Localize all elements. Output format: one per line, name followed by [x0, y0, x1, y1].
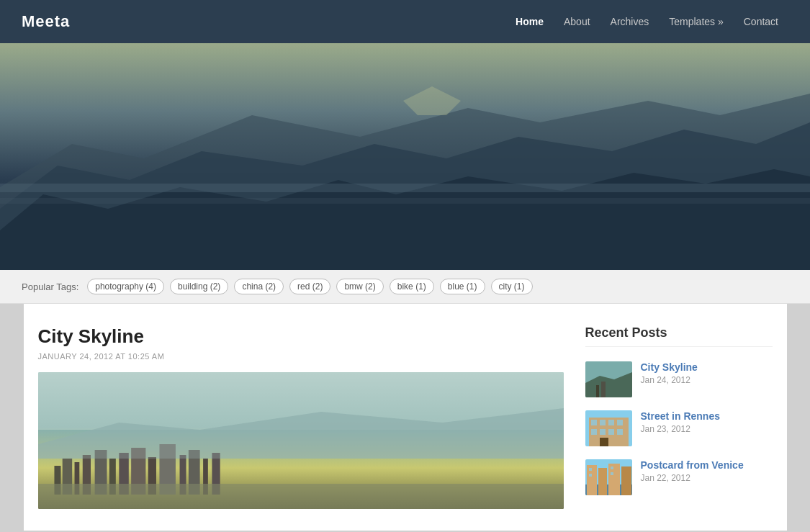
svg-rect-24: [38, 484, 564, 509]
recent-post-info-3: Postcard from Venice Jan 22, 2012: [641, 459, 744, 483]
svg-rect-44: [598, 468, 607, 495]
recent-post-item: City Skyline Jan 24, 2012: [585, 361, 773, 397]
svg-rect-48: [589, 474, 592, 477]
nav-contact[interactable]: Contact: [734, 0, 788, 43]
svg-rect-28: [596, 385, 599, 397]
post-image: [38, 372, 564, 509]
svg-rect-37: [600, 429, 606, 435]
recent-post-date-3: Jan 22, 2012: [641, 473, 744, 483]
tag-photography[interactable]: photography (4): [87, 279, 164, 294]
svg-rect-35: [617, 420, 623, 425]
tag-bmw[interactable]: bmw (2): [336, 279, 383, 294]
svg-rect-38: [608, 429, 614, 435]
svg-rect-46: [621, 466, 631, 495]
svg-rect-47: [589, 468, 592, 471]
recent-post-item: Postcard from Venice Jan 22, 2012: [585, 459, 773, 495]
svg-rect-45: [608, 464, 620, 495]
svg-rect-50: [611, 472, 613, 475]
recent-post-title-1[interactable]: City Skyline: [641, 361, 698, 373]
tag-red[interactable]: red (2): [289, 279, 330, 294]
svg-rect-40: [600, 438, 608, 446]
site-header: Meeta Home About Archives Templates » Co…: [0, 0, 810, 43]
sidebar: Recent Posts City Skyline Jan 24, 2012: [585, 325, 773, 509]
tags-label: Popular Tags:: [22, 281, 78, 292]
recent-post-title-2[interactable]: Street in Rennes: [641, 410, 720, 422]
recent-post-info-2: Street in Rennes Jan 23, 2012: [641, 410, 720, 434]
svg-rect-25: [38, 430, 564, 459]
recent-post-thumb-1: [585, 361, 632, 397]
recent-post-title-3[interactable]: Postcard from Venice: [641, 459, 744, 471]
svg-rect-34: [608, 420, 614, 425]
nav-archives[interactable]: Archives: [600, 0, 660, 43]
tag-china[interactable]: china (2): [234, 279, 284, 294]
svg-rect-39: [617, 429, 623, 435]
content-area: City Skyline JANUARY 24, 2012 AT 10:25 A…: [24, 304, 787, 531]
post-date: JANUARY 24, 2012 AT 10:25 AM: [38, 352, 564, 361]
tag-building[interactable]: building (2): [170, 279, 228, 294]
svg-rect-49: [611, 466, 613, 469]
svg-rect-6: [0, 198, 810, 204]
svg-rect-36: [591, 429, 597, 435]
svg-rect-33: [600, 420, 606, 425]
nav-templates[interactable]: Templates »: [659, 0, 733, 43]
main-wrapper: City Skyline JANUARY 24, 2012 AT 10:25 A…: [24, 304, 787, 531]
recent-post-info-1: City Skyline Jan 24, 2012: [641, 361, 698, 385]
tags-bar: Popular Tags: photography (4) building (…: [0, 270, 810, 304]
post-area: City Skyline JANUARY 24, 2012 AT 10:25 A…: [38, 325, 585, 509]
nav-about[interactable]: About: [554, 0, 600, 43]
tag-blue[interactable]: blue (1): [440, 279, 485, 294]
recent-post-item: Street in Rennes Jan 23, 2012: [585, 410, 773, 446]
tag-city[interactable]: city (1): [491, 279, 533, 294]
main-nav: Home About Archives Templates » Contact: [505, 0, 788, 43]
hero-banner: [0, 43, 810, 270]
recent-post-thumb-3: [585, 459, 632, 495]
svg-rect-5: [0, 184, 810, 192]
recent-post-date-2: Jan 23, 2012: [641, 424, 720, 434]
post-title: City Skyline: [38, 325, 564, 348]
site-logo[interactable]: Meeta: [22, 12, 70, 31]
svg-rect-32: [591, 420, 597, 425]
nav-home[interactable]: Home: [505, 0, 554, 43]
tag-bike[interactable]: bike (1): [390, 279, 434, 294]
recent-posts-title: Recent Posts: [585, 325, 773, 347]
svg-rect-29: [601, 382, 606, 397]
recent-post-date-1: Jan 24, 2012: [641, 375, 698, 385]
recent-post-thumb-2: [585, 410, 632, 446]
